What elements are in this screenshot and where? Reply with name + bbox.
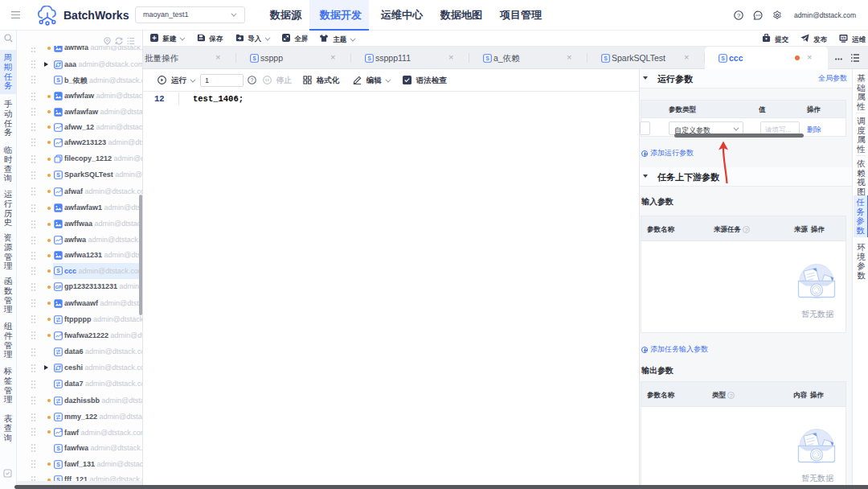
svg-text:?: ? bbox=[737, 12, 740, 19]
svg-text:?: ? bbox=[251, 77, 254, 83]
